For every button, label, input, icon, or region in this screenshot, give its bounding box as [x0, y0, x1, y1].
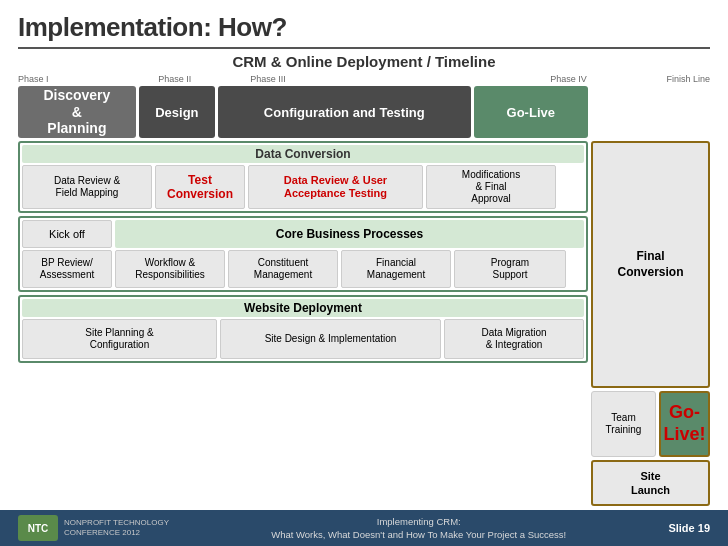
- phase-label-4: Phase IV: [550, 74, 637, 84]
- phase-golive-header-box: Go-Live: [474, 86, 588, 138]
- data-conversion-title: Data Conversion: [22, 145, 584, 163]
- footer-org-name: NONPROFIT TECHNOLOGYCONFERENCE 2012: [64, 518, 169, 539]
- main-grid: Discovery&Planning Design Configuration …: [18, 86, 710, 506]
- data-conversion-section: Data Conversion Data Review &Field Mappi…: [18, 141, 588, 213]
- phase-design-label: Design: [155, 105, 198, 120]
- dc-test-conv-label: TestConversion: [167, 173, 233, 202]
- right-column: FinalConversion TeamTraining Go-Live! Si…: [591, 86, 710, 506]
- kickoff-label: Kick off: [49, 228, 85, 240]
- slide-subtitle: CRM & Online Deployment / Timeline: [18, 53, 710, 70]
- team-training-box: TeamTraining: [591, 391, 656, 457]
- cbp-financial: FinancialManagement: [341, 250, 451, 288]
- footer-center-line2: What Works, What Doesn't and How To Make…: [271, 529, 566, 540]
- cbp-workflow: Workflow &Responsibilities: [115, 250, 225, 288]
- phase-config-box: Configuration and Testing: [218, 86, 471, 138]
- cbp-sub-row: BP Review/Assessment Workflow &Responsib…: [22, 250, 584, 288]
- site-launch-label: SiteLaunch: [631, 469, 670, 498]
- footer-logo: NTC NONPROFIT TECHNOLOGYCONFERENCE 2012: [18, 515, 169, 541]
- final-conversion-box: FinalConversion: [591, 141, 710, 388]
- cbp-financial-label: FinancialManagement: [367, 257, 425, 281]
- team-training-label: TeamTraining: [606, 412, 642, 436]
- data-conversion-row: Data Review &Field Mapping TestConversio…: [22, 165, 584, 209]
- footer-slide-number: Slide 19: [668, 522, 710, 534]
- phase-label-5: Finish Line: [637, 74, 710, 84]
- dc-modifications: Modifications& FinalApproval: [426, 165, 556, 209]
- phase-labels: Phase I Phase II Phase III Phase IV Fini…: [18, 74, 710, 84]
- go-live-label: Go-Live!: [663, 402, 705, 445]
- phase-label-3: Phase III: [250, 74, 550, 84]
- dc-uat: Data Review & UserAcceptance Testing: [248, 165, 423, 209]
- slide-title: Implementation: How?: [18, 12, 710, 49]
- phase-headers-row: Discovery&Planning Design Configuration …: [18, 86, 588, 138]
- phase-discovery-box: Discovery&Planning: [18, 86, 136, 138]
- go-live-box: Go-Live!: [659, 391, 710, 457]
- phase-label-1: Phase I: [18, 74, 158, 84]
- right-spacer: [591, 86, 710, 138]
- phase-config-label: Configuration and Testing: [264, 105, 425, 120]
- final-conversion-label: FinalConversion: [617, 249, 683, 280]
- cbp-constituent-label: ConstituentManagement: [254, 257, 312, 281]
- website-sub-row: Site Planning &Configuration Site Design…: [22, 319, 584, 359]
- ws-site-planning-label: Site Planning &Configuration: [85, 327, 153, 351]
- cbp-program: ProgramSupport: [454, 250, 566, 288]
- cbp-row-top: Kick off Core Business Processes: [22, 220, 584, 248]
- left-column: Discovery&Planning Design Configuration …: [18, 86, 588, 506]
- cbp-title: Core Business Processes: [115, 220, 584, 248]
- ntc-logo: NTC: [18, 515, 58, 541]
- right-mid: TeamTraining Go-Live!: [591, 391, 710, 457]
- dc-test-conversion: TestConversion: [155, 165, 245, 209]
- cbp-section: Kick off Core Business Processes BP Revi…: [18, 216, 588, 292]
- dc-modifications-label: Modifications& FinalApproval: [462, 169, 520, 205]
- cbp-program-label: ProgramSupport: [491, 257, 529, 281]
- phase-label-2: Phase II: [158, 74, 250, 84]
- cbp-constituent: ConstituentManagement: [228, 250, 338, 288]
- phase-discovery-label: Discovery&Planning: [43, 87, 110, 137]
- footer-org-label: NONPROFIT TECHNOLOGYCONFERENCE 2012: [64, 518, 169, 537]
- website-section: Website Deployment Site Planning &Config…: [18, 295, 588, 363]
- website-title: Website Deployment: [22, 299, 584, 317]
- phase-design-box: Design: [139, 86, 215, 138]
- ws-site-planning: Site Planning &Configuration: [22, 319, 217, 359]
- ws-site-design-label: Site Design & Implementation: [265, 333, 397, 345]
- kickoff-box: Kick off: [22, 220, 112, 248]
- cbp-bp-review: BP Review/Assessment: [22, 250, 112, 288]
- ntc-logo-text: NTC: [28, 523, 49, 534]
- ws-site-design: Site Design & Implementation: [220, 319, 441, 359]
- footer-center: Implementing CRM: What Works, What Doesn…: [271, 515, 566, 542]
- site-launch-box: SiteLaunch: [591, 460, 710, 506]
- cbp-workflow-label: Workflow &Responsibilities: [135, 257, 204, 281]
- dc-field-mapping-label: Data Review &Field Mapping: [54, 175, 120, 199]
- ws-data-migration: Data Migration& Integration: [444, 319, 584, 359]
- footer-center-line1: Implementing CRM:: [377, 516, 461, 527]
- ws-data-migration-label: Data Migration& Integration: [481, 327, 546, 351]
- cbp-bp-label: BP Review/Assessment: [40, 257, 94, 281]
- slide: Implementation: How? CRM & Online Deploy…: [0, 0, 728, 546]
- phase-golive-label: Go-Live: [507, 105, 555, 120]
- dc-uat-label: Data Review & UserAcceptance Testing: [284, 174, 387, 200]
- footer: NTC NONPROFIT TECHNOLOGYCONFERENCE 2012 …: [0, 510, 728, 546]
- dc-field-mapping: Data Review &Field Mapping: [22, 165, 152, 209]
